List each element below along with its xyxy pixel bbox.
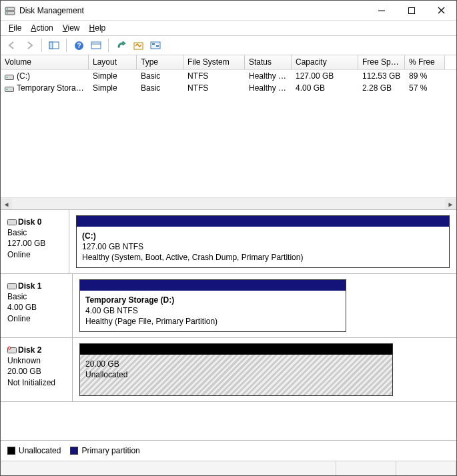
partition-body: (C:)127.00 GB NTFSHealthy (System, Boot,…	[77, 227, 449, 267]
svg-rect-5	[408, 7, 414, 13]
volume-list-pane: Volume Layout Type File System Status Ca…	[1, 55, 456, 210]
cell-capacity: 4.00 GB	[292, 83, 358, 93]
svg-point-19	[7, 77, 8, 78]
legend-primary: Primary partition	[70, 446, 139, 455]
svg-point-2	[7, 8, 8, 9]
partition-line2: Unallocated	[85, 369, 387, 380]
disk-row: Disk 2Unknown20.00 GBNot Initialized20.0…	[1, 338, 456, 402]
col-status[interactable]: Status	[245, 55, 292, 69]
disk-icon	[5, 73, 14, 80]
forward-button[interactable]	[22, 38, 37, 53]
primary-swatch-icon	[70, 447, 78, 455]
col-filesystem[interactable]: File System	[183, 55, 245, 69]
cell-volume: (C:)	[1, 71, 89, 81]
window-title: Disk Management	[19, 6, 366, 15]
partition-line1: 20.00 GB	[85, 359, 387, 369]
partition-line1: 127.00 GB NTFS	[82, 241, 444, 252]
legend-unallocated: Unallocated	[7, 446, 61, 455]
refresh-button[interactable]	[113, 38, 128, 53]
disk-type: Basic	[7, 291, 65, 302]
partition-name: (C:)	[82, 231, 444, 241]
legend: Unallocated Primary partition	[1, 440, 456, 461]
toolbar-separator	[66, 39, 67, 52]
col-type[interactable]: Type	[137, 55, 183, 69]
partition[interactable]: 20.00 GBUnallocated	[79, 343, 393, 396]
toolbar-separator	[41, 39, 42, 52]
cell-pctfree: 89 %	[405, 71, 445, 81]
settings-button[interactable]	[148, 38, 163, 53]
cell-pctfree: 57 %	[405, 83, 445, 93]
disk-partitions: Temporary Storage (D:)4.00 GB NTFSHealth…	[73, 274, 456, 337]
menu-view-label: iew	[68, 23, 80, 33]
volume-row[interactable]: Temporary Storag...SimpleBasicNTFSHealth…	[1, 82, 456, 94]
unallocated-swatch-icon	[7, 447, 15, 455]
partition-stripe	[80, 344, 392, 355]
disk-icon	[7, 282, 17, 290]
col-capacity[interactable]: Capacity	[292, 55, 358, 69]
disk-row: Disk 1Basic4.00 GBOnlineTemporary Storag…	[1, 274, 456, 338]
disk-partitions: (C:)127.00 GB NTFSHealthy (System, Boot,…	[69, 210, 456, 273]
window-controls	[366, 1, 456, 20]
volume-list-body[interactable]: (C:)SimpleBasicNTFSHealthy (S...127.00 G…	[1, 70, 456, 197]
col-layout[interactable]: Layout	[89, 55, 137, 69]
partition-stripe	[80, 280, 346, 291]
cell-freespace: 112.53 GB	[358, 71, 405, 81]
volume-row[interactable]: (C:)SimpleBasicNTFSHealthy (S...127.00 G…	[1, 70, 456, 82]
disk-label[interactable]: Disk 0Basic127.00 GBOnline	[1, 210, 69, 273]
cell-type: Basic	[137, 83, 183, 93]
horizontal-scrollbar[interactable]: ◄ ►	[1, 197, 456, 209]
status-cell	[1, 461, 336, 475]
back-button[interactable]	[5, 38, 19, 53]
show-hide-tree-button[interactable]	[47, 38, 61, 53]
disk-icon	[5, 85, 14, 92]
menu-action[interactable]: Action	[27, 22, 57, 34]
menu-help[interactable]: Help	[85, 22, 110, 34]
disk-graphical-pane[interactable]: Disk 0Basic127.00 GBOnline(C:)127.00 GB …	[1, 210, 456, 440]
col-freespace[interactable]: Free Spa...	[358, 55, 405, 69]
cell-layout: Simple	[89, 83, 137, 93]
scroll-right-icon[interactable]: ►	[445, 199, 456, 209]
cell-filesystem: NTFS	[183, 83, 245, 93]
partition-body: Temporary Storage (D:)4.00 GB NTFSHealth…	[80, 291, 346, 331]
rescan-button[interactable]	[131, 38, 145, 53]
col-pctfree[interactable]: % Free	[405, 55, 445, 69]
scroll-left-icon[interactable]: ◄	[1, 199, 12, 209]
disk-state: Online	[7, 249, 62, 260]
partition-line2: Healthy (System, Boot, Active, Crash Dum…	[82, 252, 444, 263]
disk-state: Not Initialized	[7, 377, 65, 388]
disk-name: Disk 2	[18, 345, 41, 355]
disk-state: Online	[7, 313, 65, 324]
menu-view[interactable]: View	[59, 22, 84, 34]
disk-name: Disk 0	[18, 217, 41, 227]
partition-line2: Healthy (Page File, Primary Partition)	[85, 316, 340, 327]
partition-body: 20.00 GBUnallocated	[80, 355, 392, 395]
cell-volume: Temporary Storag...	[1, 83, 89, 93]
legend-unallocated-label: Unallocated	[19, 446, 61, 455]
maximize-button[interactable]	[396, 1, 426, 20]
cell-filesystem: NTFS	[183, 71, 245, 81]
svg-rect-20	[5, 87, 14, 91]
volume-list-header: Volume Layout Type File System Status Ca…	[1, 55, 456, 70]
close-button[interactable]	[426, 1, 456, 20]
disk-row: Disk 0Basic127.00 GBOnline(C:)127.00 GB …	[1, 210, 456, 274]
menu-file[interactable]: File	[5, 22, 25, 34]
cell-status: Healthy (S...	[245, 71, 292, 81]
partition[interactable]: Temporary Storage (D:)4.00 GB NTFSHealth…	[79, 279, 346, 332]
minimize-button[interactable]	[366, 1, 396, 20]
disk-label[interactable]: Disk 1Basic4.00 GBOnline	[1, 274, 73, 337]
cell-status: Healthy (P...	[245, 83, 292, 93]
partition-stripe	[77, 216, 449, 227]
toolbar: ?	[1, 35, 456, 55]
disk-icon	[7, 346, 17, 354]
svg-point-21	[7, 89, 8, 90]
status-cell	[336, 461, 396, 475]
svg-rect-22	[8, 220, 17, 225]
partition[interactable]: (C:)127.00 GB NTFSHealthy (System, Boot,…	[76, 215, 450, 268]
disk-partitions: 20.00 GBUnallocated	[73, 338, 456, 401]
properties-button[interactable]	[89, 38, 103, 53]
svg-rect-12	[91, 42, 101, 49]
col-volume[interactable]: Volume	[1, 55, 89, 69]
disk-label[interactable]: Disk 2Unknown20.00 GBNot Initialized	[1, 338, 73, 401]
cell-layout: Simple	[89, 71, 137, 81]
help-button[interactable]: ?	[71, 38, 86, 53]
